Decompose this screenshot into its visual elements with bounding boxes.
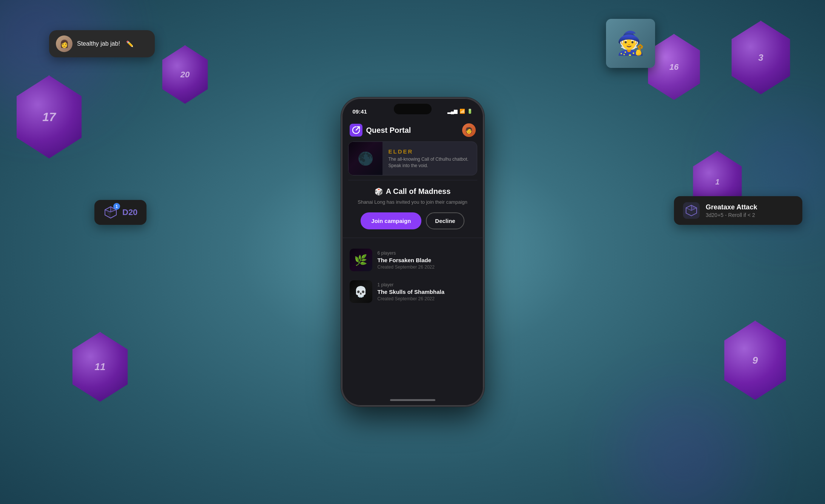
invite-description: Shanai Long has invited you to join thei…	[350, 199, 476, 206]
svg-line-9	[686, 208, 691, 211]
die-number: 9	[753, 355, 758, 366]
campaign-thumbnail-1: 🌿	[350, 249, 372, 271]
campaign-name: A Call of Madness	[386, 187, 451, 196]
greataxe-subtitle: 3d20+5 - Reroll if < 2	[706, 212, 757, 218]
elder-card-image: 🌑	[349, 142, 382, 175]
campaign-item[interactable]: 💀 1 player The Skulls of Shambhala Creat…	[342, 276, 483, 307]
chat-message-text: Stealthy jab jab!	[77, 40, 120, 47]
campaign-icon: 🎲	[375, 187, 383, 196]
app-logo-area: Quest Portal	[350, 124, 411, 137]
chat-bubble: 👩 Stealthy jab jab! ✏️	[49, 30, 155, 57]
elder-card-title: ELDER	[389, 148, 471, 155]
campaign-players-count: 6 players	[378, 250, 435, 256]
campaign-info-1: 6 players The Forsaken Blade Created Sep…	[378, 250, 435, 270]
campaign-date: Created September 26 2022	[378, 296, 445, 301]
campaign-invite-title: 🎲 A Call of Madness	[350, 187, 476, 196]
home-indicator	[342, 394, 483, 406]
battery-icon: 🔋	[467, 109, 473, 114]
d20-label: D20	[122, 207, 137, 217]
greataxe-content: Greataxe Attack 3d20+5 - Reroll if < 2	[706, 203, 757, 218]
app-name: Quest Portal	[366, 126, 411, 135]
die-d20-bottom-right: 9	[719, 321, 791, 400]
pencil-icon: ✏️	[126, 40, 134, 48]
campaign-thumbnail-2: 💀	[350, 280, 372, 303]
signal-icon: ▂▄▆	[447, 109, 458, 114]
invite-section: 🎲 A Call of Madness Shanai Long has invi…	[342, 180, 483, 235]
home-bar	[390, 399, 435, 401]
invite-buttons: Join campaign Decline	[350, 212, 476, 229]
campaign-info-2: 1 player The Skulls of Shambhala Created…	[378, 282, 445, 301]
die-d20-far-right: 3	[727, 21, 795, 94]
d20-roll-bubble[interactable]: 1 D20	[94, 200, 146, 225]
d20-icon: 1	[103, 205, 118, 220]
chat-avatar: 👩	[56, 35, 72, 52]
decline-button[interactable]: Decline	[426, 212, 464, 229]
dynamic-island	[394, 104, 432, 114]
campaign-name: The Skulls of Shambhala	[378, 289, 445, 295]
phone-wrapper: 09:41 ▂▄▆ 📶 🔋 Que	[341, 97, 484, 407]
join-campaign-button[interactable]: Join campaign	[361, 212, 421, 229]
campaign-players-count: 1 player	[378, 282, 445, 287]
elder-character-art: 🌑	[358, 151, 373, 166]
d20-notification-badge: 1	[113, 203, 120, 210]
app-content: Quest Portal 🧑 🌑 ELDER The all-knowing C…	[342, 118, 483, 406]
greataxe-attack-bubble[interactable]: Greataxe Attack 3d20+5 - Reroll if < 2	[674, 196, 802, 225]
die-number: 3	[758, 52, 763, 63]
elder-card[interactable]: 🌑 ELDER The all-knowing Call of Cthulhu …	[348, 141, 477, 175]
character-image: 🧙	[617, 32, 645, 55]
die-d20-bottom-left: 11	[68, 332, 132, 402]
die-number: 11	[95, 361, 106, 373]
elder-card-info: ELDER The all-knowing Call of Cthulhu ch…	[382, 142, 477, 175]
campaign-list: 🌿 6 players The Forsaken Blade Created S…	[342, 241, 483, 394]
die-number: 20	[180, 70, 190, 80]
die-d20-large: 17	[11, 75, 87, 158]
section-divider-campaigns	[342, 238, 483, 238]
campaign-name: The Forsaken Blade	[378, 257, 435, 263]
status-time: 09:41	[353, 108, 367, 115]
status-icons: ▂▄▆ 📶 🔋	[447, 109, 473, 114]
elder-card-description: The all-knowing Call of Cthulhu chatbot.…	[389, 156, 471, 169]
user-avatar[interactable]: 🧑	[462, 123, 476, 137]
wifi-icon: 📶	[460, 109, 465, 114]
phone-frame: 09:41 ▂▄▆ 📶 🔋 Que	[341, 97, 484, 407]
dice-icon	[683, 202, 700, 219]
character-portrait: 🧙	[606, 19, 655, 68]
glow-2	[617, 391, 749, 504]
app-header: Quest Portal 🧑	[342, 118, 483, 141]
die-number: 16	[669, 62, 679, 72]
die-number: 17	[42, 110, 56, 124]
campaign-date: Created September 26 2022	[378, 264, 435, 270]
svg-marker-7	[691, 205, 697, 211]
die-number: 1	[715, 178, 719, 186]
greataxe-title: Greataxe Attack	[706, 203, 757, 211]
die-d20-upper-left: 20	[159, 45, 211, 104]
campaign-item[interactable]: 🌿 6 players The Forsaken Blade Created S…	[342, 244, 483, 276]
app-logo-icon	[350, 124, 362, 137]
